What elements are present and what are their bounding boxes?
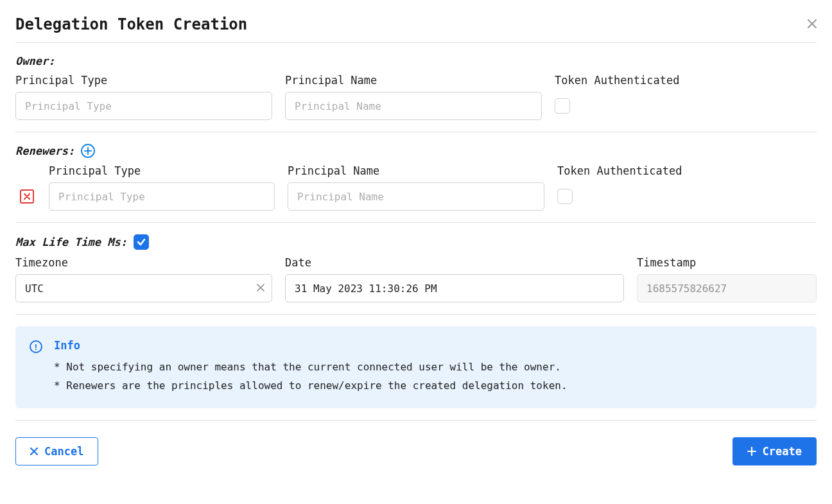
owner-principal-type-label: Principal Type (15, 74, 272, 87)
owner-label: Owner: (15, 55, 55, 67)
cancel-button[interactable]: Cancel (15, 437, 98, 465)
add-renewer-button[interactable] (81, 144, 95, 158)
info-icon: ! (30, 340, 42, 353)
maxlife-section: Max Life Time Ms: Timezone Date Timestam… (15, 234, 817, 315)
renewer-token-auth-label: Token Authenticated (557, 164, 817, 177)
owner-token-auth-checkbox[interactable] (555, 98, 570, 114)
timestamp-input (637, 274, 817, 302)
clear-timezone-icon[interactable] (257, 283, 264, 293)
date-input[interactable] (285, 274, 624, 302)
owner-section: Owner: Principal Type Principal Name Tok… (15, 55, 817, 132)
close-icon[interactable] (808, 19, 817, 30)
info-title: Info (54, 339, 568, 352)
info-alert: ! Info * Not specifying an owner means t… (15, 326, 817, 408)
renewer-row: Principal Type Principal Name Token Auth… (15, 164, 817, 211)
close-icon (30, 448, 38, 455)
renewers-label: Renewers: (15, 144, 95, 158)
maxlife-enabled-checkbox[interactable] (134, 234, 149, 250)
owner-principal-type-input[interactable] (15, 92, 272, 120)
timezone-input[interactable] (15, 274, 272, 302)
renewer-principal-type-input[interactable] (49, 182, 275, 211)
create-button[interactable]: Create (732, 437, 817, 465)
renewers-section: Renewers: Principal Type Principal Name … (15, 144, 817, 223)
renewer-token-auth-checkbox[interactable] (557, 189, 573, 204)
timezone-label: Timezone (15, 256, 272, 269)
owner-principal-name-label: Principal Name (285, 74, 542, 87)
renewer-principal-name-label: Principal Name (288, 164, 544, 177)
renewer-principal-name-input[interactable] (288, 182, 544, 211)
page-title: Delegation Token Creation (15, 15, 247, 33)
date-label: Date (285, 256, 624, 269)
remove-renewer-button[interactable] (20, 189, 34, 204)
maxlife-label: Max Life Time Ms: (15, 234, 149, 250)
maxlife-label-text: Max Life Time Ms: (15, 236, 127, 248)
cancel-button-label: Cancel (44, 445, 83, 458)
owner-token-auth-label: Token Authenticated (555, 74, 817, 87)
plus-icon (747, 447, 756, 456)
timestamp-label: Timestamp (637, 256, 817, 269)
owner-principal-name-input[interactable] (285, 92, 542, 120)
info-body: * Not specifying an owner means that the… (54, 358, 568, 395)
renewers-label-text: Renewers: (15, 144, 74, 157)
create-button-label: Create (763, 445, 802, 458)
renewer-principal-type-label: Principal Type (49, 164, 275, 177)
